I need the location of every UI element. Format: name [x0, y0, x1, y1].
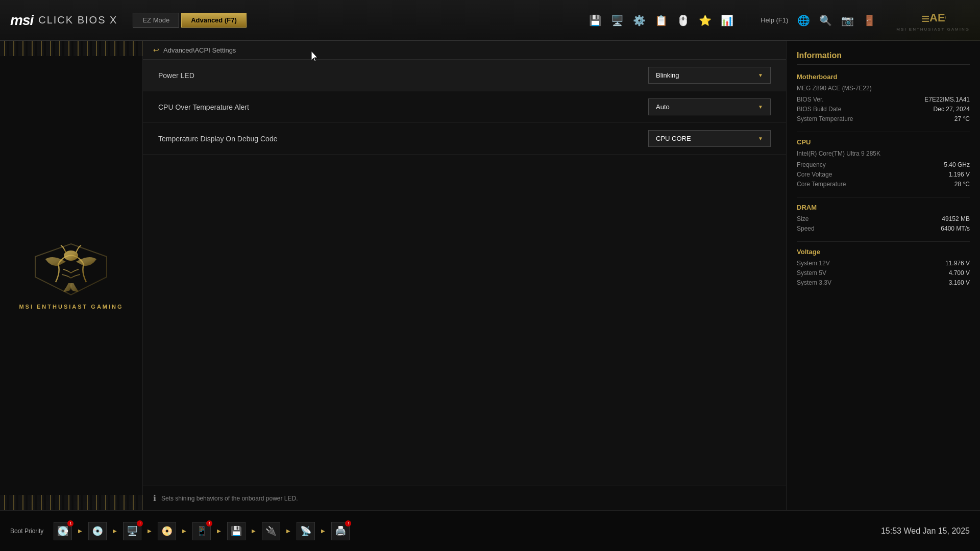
boot-priority-badge-1: 1 [67, 520, 74, 527]
overclocking-icon[interactable]: 📊 [721, 14, 733, 27]
sys-12v-row: System 12V 11.976 V [797, 260, 970, 267]
boot-icon-4[interactable]: 📀 [158, 522, 176, 540]
cpu-voltage-row: Core Voltage 1.196 V [797, 171, 970, 178]
boot-priority-badge-5: ! [206, 520, 212, 527]
power-led-dropdown-arrow: ▼ [758, 72, 763, 78]
advanced-mode-button[interactable]: Advanced (F7) [181, 13, 247, 28]
dram-speed-row: Speed 6400 MT/s [797, 225, 970, 232]
sys-temp-row: System Temperature 27 °C [797, 115, 970, 122]
cpu-temp-alert-value: Auto ▼ [648, 98, 771, 115]
fan-icon[interactable]: ⚙️ [633, 14, 646, 27]
cpu-section-title: CPU [797, 138, 970, 146]
temp-debug-value: CPU CORE ▼ [648, 130, 771, 147]
settings-list: Power LED Blinking ▼ CPU Over Temperatur… [143, 60, 786, 486]
sys-33v-value: 3.160 V [949, 279, 970, 286]
sys-temp-value: 27 °C [954, 115, 970, 122]
cpu-subtitle: Intel(R) Core(TM) Ultra 9 285K [797, 150, 970, 157]
sidebar: MSI ENTHUSIAST GAMING [0, 41, 143, 510]
header-logo: msi CLICK BIOS X [10, 12, 117, 29]
boot-icon-5[interactable]: 📱 ! [192, 522, 211, 540]
cpu-voltage-value: 1.196 V [949, 171, 970, 178]
temp-debug-dropdown[interactable]: CPU CORE ▼ [648, 130, 771, 147]
boot-arrow-1: ▶ [78, 528, 82, 534]
sys-33v-row: System 3.3V 3.160 V [797, 279, 970, 286]
setting-row-cpu-temp-alert: CPU Over Temperature Alert Auto ▼ [143, 91, 786, 123]
info-icon: ℹ [153, 493, 156, 503]
cpu-freq-label: Frequency [797, 161, 826, 168]
setting-row-power-led: Power LED Blinking ▼ [143, 60, 786, 91]
power-led-dropdown-text: Blinking [656, 71, 679, 79]
ez-mode-button[interactable]: EZ Mode [133, 13, 179, 28]
dram-size-value: 49152 MB [942, 215, 970, 222]
info-panel-title: Information [797, 51, 970, 65]
power-led-dropdown[interactable]: Blinking ▼ [648, 67, 771, 84]
bios-date-label: BIOS Build Date [797, 106, 841, 113]
boot-priority-badge-3: ! [137, 520, 143, 527]
cpu-temp-value: 28 °C [954, 181, 970, 188]
temp-debug-label: Temperature Display On Debug Code [158, 135, 648, 143]
boot-arrow-2: ▶ [113, 528, 117, 534]
cpu-voltage-label: Core Voltage [797, 171, 832, 178]
monitor-icon[interactable]: 🖱️ [677, 14, 690, 27]
power-led-label: Power LED [158, 71, 648, 80]
breadcrumb-path: Advanced\ACPI Settings [163, 46, 236, 54]
cpu-freq-value: 5.40 GHz [944, 161, 970, 168]
bios-ver-label: BIOS Ver. [797, 96, 824, 103]
boot-icon-1[interactable]: 💽 1 [54, 522, 72, 540]
boot-device-7: 🔌 [262, 522, 280, 540]
bios-ver-row: BIOS Ver. E7E22IMS.1A41 [797, 96, 970, 103]
sys-5v-label: System 5V [797, 269, 826, 277]
bottom-bar: Boot Priority 💽 1 ▶ 💿 ▶ 🖥️ ! ▶ 📀 ▶ 📱 ! ▶ [0, 510, 980, 551]
sidebar-logo-area: MSI ENTHUSIAST GAMING [19, 241, 123, 310]
msi-logo: msi [10, 12, 33, 29]
boot-arrow-3: ▶ [148, 528, 152, 534]
boot-priority-badge-9: ! [345, 520, 351, 527]
motherboard-subtitle: MEG Z890 ACE (MS-7E22) [797, 85, 970, 92]
cpu-temp-label: Core Temperature [797, 181, 846, 188]
main-layout: MSI ENTHUSIAST GAMING ↩ Advanced\ACPI Se… [0, 41, 980, 510]
motherboard-section-title: Motherboard [797, 73, 970, 81]
info-section-motherboard: Motherboard MEG Z890 ACE (MS-7E22) BIOS … [797, 73, 970, 122]
sidebar-pattern-bottom [0, 495, 142, 510]
cpu-freq-row: Frequency 5.40 GHz [797, 161, 970, 168]
cpu-temp-alert-label: CPU Over Temperature Alert [158, 103, 648, 111]
save-icon[interactable]: 💾 [589, 14, 602, 27]
boot-device-8: 📡 [297, 522, 315, 540]
boot-priority-label: Boot Priority [10, 528, 43, 535]
bios-date-row: BIOS Build Date Dec 27, 2024 [797, 106, 970, 113]
header: msi CLICK BIOS X EZ Mode Advanced (F7) 💾… [0, 0, 980, 41]
boot-icon-7[interactable]: 🔌 [262, 522, 280, 540]
profile-icon[interactable]: 📋 [655, 14, 668, 27]
dram-size-row: Size 49152 MB [797, 215, 970, 222]
dram-size-label: Size [797, 215, 808, 222]
sys-12v-value: 11.976 V [945, 260, 970, 267]
sys-temp-label: System Temperature [797, 115, 853, 122]
cpu-temp-alert-dropdown-arrow: ▼ [758, 104, 763, 110]
boot-arrow-8: ▶ [321, 528, 325, 534]
info-bar: ℹ Sets shining behaviors of the onboard … [143, 486, 786, 510]
dram-speed-value: 6400 MT/s [941, 225, 970, 232]
back-button[interactable]: ↩ [153, 46, 159, 54]
header-modes: EZ Mode Advanced (F7) [133, 13, 246, 28]
cpu-temp-alert-dropdown-text: Auto [656, 103, 670, 111]
favorite-icon[interactable]: ⭐ [699, 14, 712, 27]
boot-icon-2[interactable]: 💿 [88, 522, 107, 540]
boot-icon-3[interactable]: 🖥️ ! [123, 522, 141, 540]
bottom-clock: 15:53 Wed Jan 15, 2025 [881, 527, 970, 536]
boot-icon-9[interactable]: 🖨️ ! [331, 522, 350, 540]
boot-device-6: 💾 [227, 522, 246, 540]
boot-device-3: 🖥️ ! [123, 522, 141, 540]
boot-device-9: 🖨️ ! [331, 522, 350, 540]
bios-date-value: Dec 27, 2024 [934, 106, 970, 113]
info-section-voltage: Voltage System 12V 11.976 V System 5V 4.… [797, 248, 970, 286]
bios-title: CLICK BIOS X [38, 14, 117, 26]
boot-icon-6[interactable]: 💾 [227, 522, 246, 540]
info-section-dram: DRAM Size 49152 MB Speed 6400 MT/s [797, 204, 970, 232]
cpu-icon[interactable]: 🖥️ [611, 14, 624, 27]
cpu-temp-alert-dropdown[interactable]: Auto ▼ [648, 98, 771, 115]
boot-icon-8[interactable]: 📡 [297, 522, 315, 540]
sidebar-brand-label: MSI ENTHUSIAST GAMING [19, 304, 123, 310]
breadcrumb: ↩ Advanced\ACPI Settings [143, 41, 786, 60]
boot-arrow-7: ▶ [286, 528, 290, 534]
cpu-temp-row: Core Temperature 28 °C [797, 181, 970, 188]
